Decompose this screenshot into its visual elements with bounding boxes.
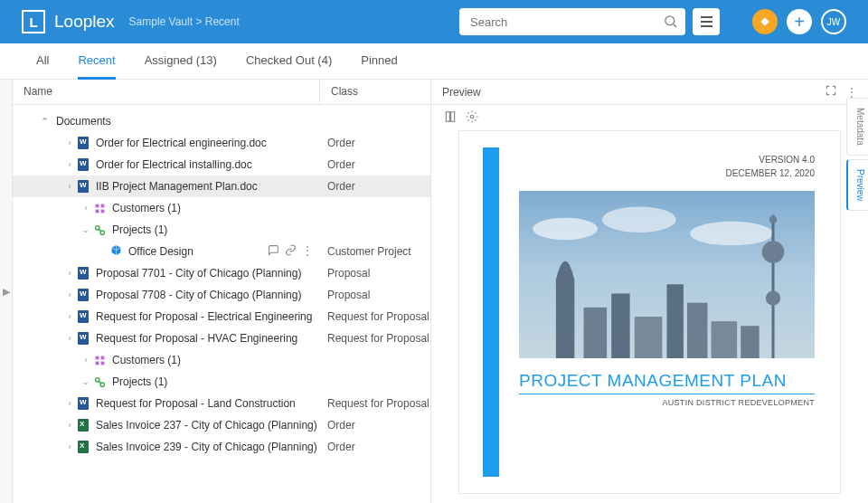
svg-point-34: [766, 290, 780, 305]
svg-point-0: [665, 16, 675, 25]
tab-all[interactable]: All: [36, 43, 49, 80]
list-item[interactable]: ⌄Projects (1): [13, 371, 430, 393]
search-input[interactable]: [459, 8, 685, 35]
left-sidebar-collapse[interactable]: ▶: [0, 80, 13, 503]
notifications-button[interactable]: [752, 9, 778, 34]
tab-pinned[interactable]: Pinned: [361, 43, 397, 80]
side-tab-metadata[interactable]: Metadata: [846, 98, 868, 156]
list-item[interactable]: ›Request for Proposal - HVAC Engineering…: [13, 327, 430, 349]
chevron-icon[interactable]: ›: [63, 312, 76, 321]
tab-recent[interactable]: Recent: [78, 43, 115, 80]
item-label: IIB Project Management Plan.doc: [96, 180, 320, 193]
item-label: Request for Proposal - Land Construction: [96, 397, 320, 410]
excel-doc-icon: [78, 419, 89, 432]
list-item[interactable]: ›Order for Electrical engineering.docOrd…: [13, 132, 430, 154]
chevron-icon[interactable]: ⌄: [80, 225, 92, 234]
tab-assigned[interactable]: Assigned (13): [145, 43, 217, 80]
chevron-icon[interactable]: ›: [63, 421, 76, 430]
fullscreen-button[interactable]: [825, 84, 837, 100]
chevron-icon[interactable]: ›: [63, 399, 76, 408]
word-doc-icon: [78, 158, 89, 171]
chevron-icon[interactable]: ›: [63, 442, 76, 451]
settings-icon[interactable]: [466, 110, 478, 126]
item-class: Order: [320, 180, 430, 193]
chevron-icon[interactable]: ⌄: [80, 377, 92, 386]
chevron-icon[interactable]: ›: [63, 160, 76, 169]
svg-rect-12: [95, 356, 99, 359]
view-tabs: AllRecentAssigned (13)Checked Out (4)Pin…: [0, 43, 868, 80]
document-title: PROJECT MANAGEMENT PLAN: [519, 371, 815, 391]
link-icon[interactable]: [285, 244, 297, 259]
svg-point-17: [100, 383, 104, 386]
item-label: Order for Electrical installing.doc: [96, 158, 320, 171]
tree-root[interactable]: ⌃Documents: [13, 110, 430, 132]
svg-point-10: [100, 231, 104, 234]
list-item[interactable]: ›Proposal 7708 - City of Chicago (Planni…: [13, 284, 430, 306]
accent-bar: [483, 147, 499, 477]
chevron-down-icon[interactable]: ⌃: [38, 116, 51, 128]
chevron-icon[interactable]: ›: [63, 182, 76, 191]
list-item[interactable]: ›Customers (1): [13, 349, 430, 371]
svg-rect-15: [100, 361, 104, 365]
title-underline: [519, 394, 815, 394]
column-name[interactable]: Name: [13, 80, 320, 104]
chevron-icon[interactable]: ›: [63, 334, 76, 343]
chevron-icon[interactable]: ›: [80, 356, 92, 365]
more-options-button[interactable]: ⋮: [846, 86, 857, 99]
svg-rect-8: [100, 209, 104, 213]
item-label: Customers (1): [112, 202, 320, 214]
list-item[interactable]: ›IIB Project Management Plan.docOrder: [13, 176, 430, 197]
right-side-tabs: MetadataPreview: [846, 98, 868, 211]
search-icon[interactable]: [663, 14, 678, 32]
list-item[interactable]: ›Proposal 7701 - City of Chicago (Planni…: [13, 262, 430, 284]
list-item[interactable]: ›Sales Invoice 237 - City of Chicago (Pl…: [13, 414, 430, 436]
projects-icon: [94, 224, 106, 236]
svg-point-21: [470, 115, 474, 119]
item-label: Request for Proposal - Electrical Engine…: [96, 310, 320, 323]
word-doc-icon: [78, 137, 89, 149]
add-button[interactable]: +: [787, 9, 812, 34]
word-doc-icon: [78, 267, 89, 280]
list-item[interactable]: ⌄Projects (1): [13, 219, 430, 241]
breadcrumb[interactable]: Sample Vault > Recent: [129, 15, 240, 28]
column-headers: Name Class: [13, 80, 430, 105]
svg-point-33: [762, 241, 785, 263]
item-label: Proposal 7701 - City of Chicago (Plannin…: [96, 267, 320, 280]
customers-icon: [94, 203, 106, 214]
list-item[interactable]: ›Request for Proposal - Land Constructio…: [13, 393, 430, 414]
chevron-icon[interactable]: ›: [63, 290, 76, 299]
chevron-icon[interactable]: ›: [63, 138, 76, 147]
list-item[interactable]: ›Customers (1): [13, 197, 430, 219]
svg-point-25: [690, 222, 773, 246]
item-class: Proposal: [320, 289, 430, 301]
avatar[interactable]: JW: [821, 9, 846, 34]
search-menu-button[interactable]: [693, 8, 720, 35]
list-item[interactable]: ›Request for Proposal - Electrical Engin…: [13, 306, 430, 327]
svg-rect-6: [100, 204, 104, 207]
item-label: Request for Proposal - HVAC Engineering: [96, 332, 320, 345]
list-item[interactable]: Office Design⋮Customer Project: [13, 241, 430, 262]
word-doc-icon: [78, 310, 89, 323]
svg-rect-30: [687, 303, 707, 358]
svg-rect-13: [100, 356, 104, 359]
svg-point-35: [769, 216, 777, 223]
list-item[interactable]: ›Order for Electrical installing.docOrde…: [13, 154, 430, 176]
item-label: Sales Invoice 239 - City of Chicago (Pla…: [96, 441, 320, 453]
app-logo[interactable]: L Looplex: [22, 10, 115, 33]
svg-rect-27: [611, 293, 629, 358]
tab-checked[interactable]: Checked Out (4): [246, 43, 332, 80]
word-doc-icon: [78, 397, 89, 410]
chevron-icon[interactable]: ›: [63, 269, 76, 278]
word-doc-icon: [78, 289, 89, 301]
row-more-icon[interactable]: ⋮: [302, 244, 313, 259]
doc-version: VERSION 4.0: [519, 153, 815, 166]
item-label: Projects (1): [112, 223, 320, 236]
pages-icon[interactable]: [444, 110, 457, 126]
comment-icon[interactable]: [268, 244, 279, 259]
item-label: Projects (1): [112, 375, 320, 388]
projects-icon: [94, 376, 106, 388]
list-item[interactable]: ›Sales Invoice 239 - City of Chicago (Pl…: [13, 436, 430, 458]
column-class[interactable]: Class: [320, 80, 430, 104]
chevron-icon[interactable]: ›: [80, 204, 92, 213]
side-tab-preview[interactable]: Preview: [846, 159, 868, 212]
